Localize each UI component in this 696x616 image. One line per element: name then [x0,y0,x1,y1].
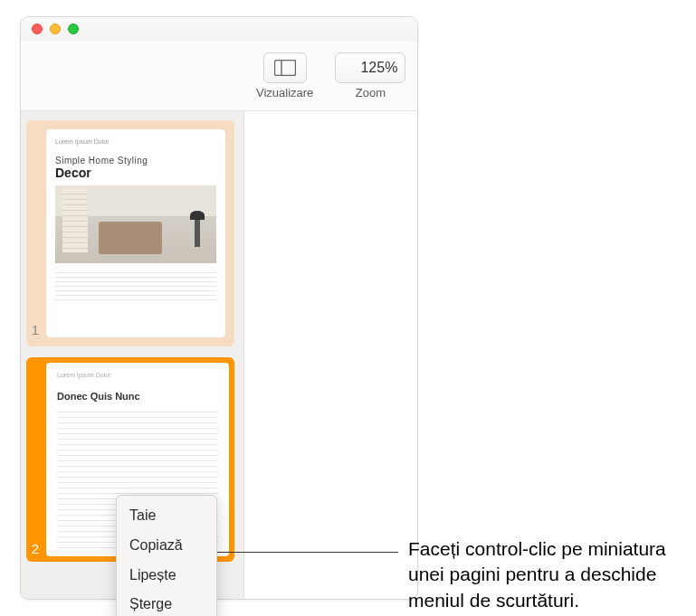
menu-item-copy[interactable]: Copiază [117,531,216,561]
callout-leader-line [203,552,398,553]
zoom-label: Zoom [356,86,386,100]
callout-text: Faceți control-clic pe miniatura unei pa… [408,536,689,613]
thumb-heading-1: Simple Home Styling [55,156,216,166]
zoom-value: 125% [360,60,397,76]
svg-rect-0 [274,60,295,75]
close-window-button[interactable] [32,24,43,34]
document-canvas[interactable] [244,111,417,599]
menu-item-paste[interactable]: Lipește [117,561,216,591]
titlebar [21,17,417,41]
menu-item-delete[interactable]: Șterge [117,590,216,616]
view-tool-group: Vizualizare [256,52,313,100]
zoom-select[interactable]: 125% [335,52,405,83]
minimize-window-button[interactable] [50,24,61,34]
thumb-heading: Donec Quis Nunc [57,391,218,402]
sidebar-icon [274,60,296,76]
context-menu: Taie Copiază Lipește Șterge Duplică [116,495,217,616]
page-number: 2 [26,541,46,556]
view-button[interactable] [263,52,307,83]
thumbnail-page: Lorem Ipsum Dolor Simple Home Styling De… [46,129,225,337]
menu-item-cut[interactable]: Taie [117,501,216,531]
page-number: 1 [26,322,46,337]
thumb-body-text [55,269,216,301]
page-thumbnail-1[interactable]: 1 Lorem Ipsum Dolor Simple Home Styling … [26,120,234,346]
toolbar: Vizualizare 125% Zoom [21,41,417,111]
thumb-image [55,185,216,263]
fullscreen-window-button[interactable] [68,24,79,34]
thumb-heading-2: Decor [55,166,216,180]
app-window: Vizualizare 125% Zoom 1 Lorem Ipsum Dolo… [20,16,418,600]
view-label: Vizualizare [256,86,313,100]
thumb-preheader: Lorem Ipsum Dolor [55,138,216,145]
thumb-preheader: Lorem Ipsum Dolor [57,372,218,378]
zoom-tool-group: 125% Zoom [335,52,405,100]
content-row: 1 Lorem Ipsum Dolor Simple Home Styling … [21,111,417,599]
